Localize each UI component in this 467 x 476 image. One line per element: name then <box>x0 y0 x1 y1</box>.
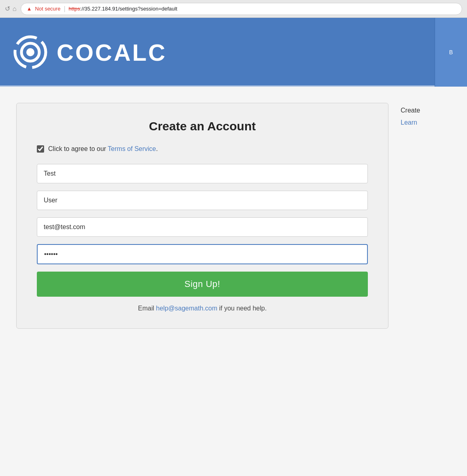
right-sidebar: Create Learn <box>401 103 451 126</box>
signup-button[interactable]: Sign Up! <box>37 272 368 297</box>
url-rest: ://35.227.184.91/settings?session=defaul… <box>80 6 177 12</box>
cocalc-logo-icon <box>12 34 49 70</box>
cocalc-header: COCALC B <box>0 18 467 87</box>
create-account-card: Create an Account Click to agree to our … <box>16 103 388 329</box>
tos-link[interactable]: Terms of Service <box>108 145 156 152</box>
help-text-after: if you need help. <box>219 305 266 312</box>
first-name-input[interactable] <box>37 164 368 183</box>
email-input[interactable] <box>37 217 368 237</box>
warning-icon: ▲ <box>27 6 32 12</box>
back-icon[interactable]: ↺ <box>5 5 10 13</box>
card-title: Create an Account <box>37 119 368 133</box>
header-button-label: B <box>449 49 453 55</box>
sidebar-create-text: Create <box>401 107 451 114</box>
tos-row: Click to agree to our Terms of Service. <box>37 145 368 153</box>
cocalc-brand-name: COCALC <box>57 39 167 66</box>
tos-checkbox[interactable] <box>37 145 44 153</box>
home-icon[interactable]: ⌂ <box>13 5 17 13</box>
help-text-before: Email <box>138 305 154 312</box>
page-content: COCALC B Create an Account Click to agre… <box>0 18 467 476</box>
header-button[interactable]: B <box>435 18 467 87</box>
url-display: https://35.227.184.91/settings?session=d… <box>69 6 178 12</box>
url-https: https <box>69 6 80 12</box>
main-content: Create an Account Click to agree to our … <box>0 87 467 345</box>
address-bar[interactable]: ▲ Not secure | https://35.227.184.91/set… <box>21 3 462 15</box>
cocalc-logo-area: COCALC <box>12 34 167 70</box>
browser-chrome: ↺ ⌂ ▲ Not secure | https://35.227.184.91… <box>0 0 467 18</box>
nav-icons: ↺ ⌂ <box>5 5 17 13</box>
help-email-link[interactable]: help@sagemath.com <box>156 305 219 312</box>
tos-text-before: Click to agree to our <box>48 145 106 152</box>
tos-period: . <box>156 145 157 152</box>
separator: | <box>64 5 65 13</box>
sidebar-learn-link[interactable]: Learn <box>401 119 451 126</box>
password-input[interactable] <box>37 244 368 264</box>
help-text: Email help@sagemath.com if you need help… <box>37 305 368 312</box>
header-bottom-line <box>0 85 435 87</box>
last-name-input[interactable] <box>37 191 368 210</box>
not-secure-label: Not secure <box>35 6 61 12</box>
svg-point-2 <box>26 48 34 56</box>
tos-label: Click to agree to our Terms of Service. <box>48 145 158 153</box>
